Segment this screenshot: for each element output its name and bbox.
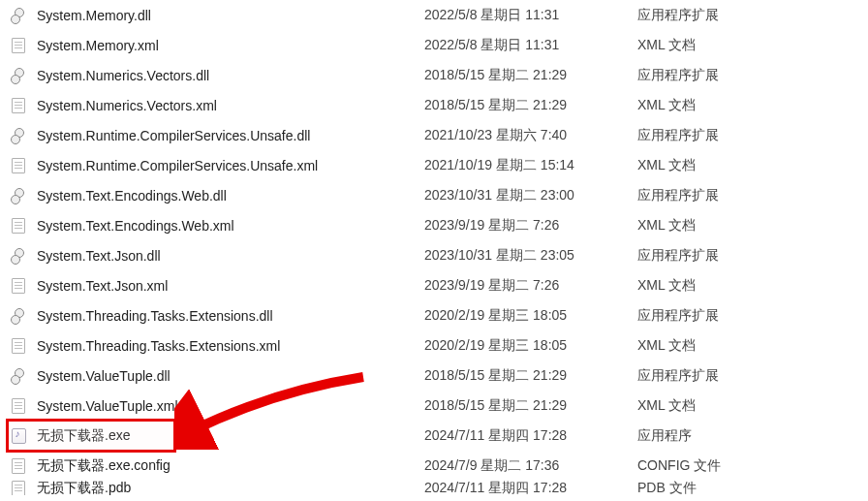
file-row[interactable]: System.Threading.Tasks.Extensions.dll202… [0,300,868,330]
dll-file-icon [10,307,27,325]
file-type: PDB 文件 [637,481,773,495]
file-name: System.Threading.Tasks.Extensions.xml [37,338,424,354]
file-name: System.Memory.dll [37,8,424,23]
file-type: CONFIG 文件 [637,457,773,475]
doc-file-icon [10,481,27,495]
file-row[interactable]: System.Numerics.Vectors.xml2018/5/15 星期二… [0,90,868,120]
file-row[interactable]: System.Runtime.CompilerServices.Unsafe.x… [0,150,868,180]
file-row[interactable]: 无损下载器.exe2024/7/11 星期四 17:28应用程序 [0,421,868,451]
file-date: 2018/5/15 星期二 21:29 [424,367,637,385]
file-row[interactable]: System.Threading.Tasks.Extensions.xml202… [0,330,868,360]
doc-file-icon [10,217,27,235]
file-date: 2021/10/19 星期二 15:14 [424,157,637,174]
file-type: XML 文档 [637,217,773,235]
file-type: XML 文档 [637,277,773,295]
file-type: 应用程序 [637,427,773,445]
file-name: System.Numerics.Vectors.dll [37,68,424,83]
file-name: System.ValueTuple.xml [37,398,424,414]
file-type: XML 文档 [637,337,773,355]
file-row[interactable]: System.Runtime.CompilerServices.Unsafe.d… [0,120,868,150]
file-date: 2023/9/19 星期二 7:26 [424,277,637,295]
file-row[interactable]: System.Text.Json.xml2023/9/19 星期二 7:26XM… [0,270,868,300]
file-type: 应用程序扩展 [637,7,773,24]
file-name: System.Text.Encodings.Web.xml [37,218,424,234]
file-row[interactable]: System.Text.Encodings.Web.dll2023/10/31 … [0,180,868,210]
file-row[interactable]: System.ValueTuple.xml2018/5/15 星期二 21:29… [0,391,868,421]
file-date: 2023/10/31 星期二 23:05 [424,247,637,265]
file-name: System.Threading.Tasks.Extensions.dll [37,308,424,324]
file-type: 应用程序扩展 [637,127,773,144]
doc-file-icon [10,97,27,114]
file-row[interactable]: 无损下载器.pdb2024/7/11 星期四 17:28PDB 文件 [0,481,868,495]
file-date: 2018/5/15 星期二 21:29 [424,397,637,415]
file-name: 无损下载器.exe [37,427,424,445]
file-type: XML 文档 [637,157,773,174]
file-name: System.ValueTuple.dll [37,368,424,384]
file-name: System.Memory.xml [37,38,424,53]
file-date: 2020/2/19 星期三 18:05 [424,307,637,325]
doc-file-icon [10,157,27,174]
dll-file-icon [10,367,27,385]
file-type: XML 文档 [637,37,773,54]
file-row[interactable]: System.Memory.dll2022/5/8 星期日 11:31应用程序扩… [0,0,868,30]
file-date: 2020/2/19 星期三 18:05 [424,337,637,355]
file-name: 无损下载器.exe.config [37,457,424,475]
file-type: 应用程序扩展 [637,307,773,325]
doc-file-icon [10,277,27,295]
doc-file-icon [10,397,27,415]
file-row[interactable]: System.Numerics.Vectors.dll2018/5/15 星期二… [0,60,868,90]
dll-file-icon [10,67,27,84]
file-name: System.Runtime.CompilerServices.Unsafe.d… [37,128,424,143]
doc-file-icon [10,457,27,475]
doc-file-icon [10,337,27,355]
file-date: 2024/7/11 星期四 17:28 [424,481,637,495]
file-row[interactable]: System.Memory.xml2022/5/8 星期日 11:31XML 文… [0,30,868,60]
file-row[interactable]: 无损下载器.exe.config2024/7/9 星期二 17:36CONFIG… [0,451,868,481]
file-name: System.Text.Json.xml [37,278,424,294]
file-type: 应用程序扩展 [637,187,773,204]
file-date: 2022/5/8 星期日 11:31 [424,37,637,54]
dll-file-icon [10,127,27,144]
dll-file-icon [10,247,27,265]
file-date: 2023/10/31 星期二 23:00 [424,187,637,204]
exe-file-icon [10,427,27,445]
dll-file-icon [10,7,27,24]
file-name: System.Numerics.Vectors.xml [37,98,424,113]
dll-file-icon [10,187,27,204]
file-name: System.Text.Json.dll [37,248,424,264]
file-row[interactable]: System.Text.Encodings.Web.xml2023/9/19 星… [0,210,868,240]
file-type: XML 文档 [637,97,773,114]
file-list: System.Memory.dll2022/5/8 星期日 11:31应用程序扩… [0,0,868,495]
file-type: XML 文档 [637,397,773,415]
file-date: 2024/7/11 星期四 17:28 [424,427,637,445]
file-type: 应用程序扩展 [637,247,773,265]
file-date: 2018/5/15 星期二 21:29 [424,67,637,84]
file-date: 2022/5/8 星期日 11:31 [424,7,637,24]
doc-file-icon [10,37,27,54]
file-date: 2024/7/9 星期二 17:36 [424,457,637,475]
file-row[interactable]: System.Text.Json.dll2023/10/31 星期二 23:05… [0,240,868,270]
file-date: 2018/5/15 星期二 21:29 [424,97,637,114]
file-date: 2021/10/23 星期六 7:40 [424,127,637,144]
file-name: System.Runtime.CompilerServices.Unsafe.x… [37,158,424,173]
file-name: System.Text.Encodings.Web.dll [37,188,424,204]
file-row[interactable]: System.ValueTuple.dll2018/5/15 星期二 21:29… [0,360,868,391]
file-date: 2023/9/19 星期二 7:26 [424,217,637,235]
file-type: 应用程序扩展 [637,67,773,84]
file-name: 无损下载器.pdb [37,481,424,495]
file-type: 应用程序扩展 [637,367,773,385]
